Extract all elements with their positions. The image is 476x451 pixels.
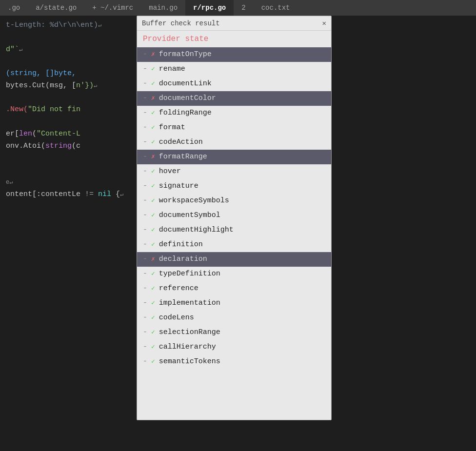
list-dash: -: [143, 180, 147, 192]
list-item: -✓selectionRange: [137, 325, 331, 340]
list-item: -✓callHierarchy: [137, 340, 331, 354]
list-dash: -: [143, 93, 147, 104]
check-icon: ✓: [151, 313, 155, 323]
x-icon: ✗: [151, 94, 155, 104]
list-label: definition: [159, 239, 203, 251]
check-icon: ✓: [151, 284, 155, 294]
list-item: -✗formatRange: [137, 150, 331, 164]
check-icon: ✓: [151, 137, 155, 148]
list-dash: -: [143, 122, 147, 134]
list-item: -✓documentSymbol: [137, 208, 331, 223]
check-icon: ✓: [151, 196, 155, 206]
check-icon: ✓: [151, 240, 155, 250]
list-label: selectionRange: [159, 327, 220, 338]
list-label: signature: [159, 180, 198, 192]
modal-body[interactable]: -✗formatOnType-✓rename-✓documentLink-✗do…: [137, 45, 331, 420]
check-icon: ✓: [151, 79, 155, 89]
modal-dialog: Buffer check result ✕ Provider state -✗f…: [137, 16, 332, 420]
tab-main-go[interactable]: main.go: [141, 0, 185, 16]
modal-title-bar: Buffer check result ✕: [137, 16, 331, 31]
list-item: -✗declaration: [137, 252, 331, 267]
list-dash: -: [143, 49, 147, 60]
list-label: codeLens: [159, 312, 194, 324]
list-label: reference: [159, 283, 198, 294]
list-item: -✓codeAction: [137, 135, 331, 150]
check-icon: ✓: [151, 357, 155, 367]
list-label: hover: [159, 166, 181, 177]
tab-coc-txt[interactable]: coc.txt: [254, 0, 298, 16]
list-item: -✓foldingRange: [137, 106, 331, 120]
list-item: -✓hover: [137, 164, 331, 179]
modal-title: Buffer check result: [142, 20, 220, 27]
tab-state-go[interactable]: a/state.go: [28, 0, 84, 16]
list-dash: -: [143, 195, 147, 207]
list-label: documentLink: [159, 78, 212, 90]
list-item: -✗documentColor: [137, 91, 331, 106]
list-label: documentSymbol: [159, 210, 220, 221]
list-label: documentColor: [159, 93, 216, 104]
list-item: -✗formatOnType: [137, 47, 331, 62]
check-icon: ✓: [151, 123, 155, 133]
list-label: typeDefinition: [159, 268, 220, 280]
list-label: format: [159, 122, 185, 134]
list-dash: -: [143, 356, 147, 368]
list-dash: -: [143, 283, 147, 294]
list-dash: -: [143, 210, 147, 221]
x-icon: ✗: [151, 255, 155, 265]
modal-subtitle: Provider state: [137, 31, 331, 45]
check-icon: ✓: [151, 211, 155, 221]
list-dash: -: [143, 341, 147, 353]
check-icon: ✓: [151, 108, 155, 118]
modal-close-button[interactable]: ✕: [322, 19, 326, 27]
list-item: -✓reference: [137, 281, 331, 296]
check-icon: ✓: [151, 298, 155, 309]
tab-rpc-go[interactable]: r/rpc.go: [185, 0, 234, 16]
list-dash: -: [143, 224, 147, 236]
list-label: semanticTokens: [159, 356, 220, 368]
list-dash: -: [143, 78, 147, 90]
list-label: implementation: [159, 297, 220, 309]
list-label: foldingRange: [159, 107, 212, 119]
list-label: documentHighlight: [159, 224, 234, 236]
tab-2[interactable]: 2: [234, 0, 253, 16]
check-icon: ✓: [151, 181, 155, 192]
list-item: -✓implementation: [137, 296, 331, 311]
list-dash: -: [143, 254, 147, 265]
list-item: -✓semanticTokens: [137, 354, 331, 369]
list-label: formatRange: [159, 151, 207, 163]
check-icon: ✓: [151, 225, 155, 235]
list-item: -✓workspaceSymbols: [137, 194, 331, 208]
list-item: -✓definition: [137, 237, 331, 252]
list-item: -✓documentHighlight: [137, 223, 331, 237]
list-dash: -: [143, 151, 147, 163]
list-item: -✓documentLink: [137, 77, 331, 91]
list-label: declaration: [159, 254, 207, 265]
x-icon: ✗: [151, 152, 155, 162]
list-label: rename: [159, 63, 185, 75]
list-dash: -: [143, 63, 147, 75]
list-dash: -: [143, 327, 147, 338]
list-dash: -: [143, 239, 147, 251]
list-item: -✓rename: [137, 62, 331, 77]
tab-go[interactable]: .go: [0, 0, 28, 16]
list-item: -✓signature: [137, 179, 331, 194]
list-label: workspaceSymbols: [159, 195, 229, 207]
list-dash: -: [143, 137, 147, 148]
list-item: -✓format: [137, 120, 331, 135]
list-dash: -: [143, 297, 147, 309]
list-dash: -: [143, 166, 147, 177]
check-icon: ✓: [151, 64, 155, 75]
x-icon: ✗: [151, 50, 155, 60]
list-dash: -: [143, 107, 147, 119]
tab-bar: .go a/state.go + ~/.vimrc main.go r/rpc.…: [0, 0, 476, 16]
list-label: codeAction: [159, 137, 203, 148]
tab-vimrc[interactable]: + ~/.vimrc: [84, 0, 141, 16]
list-label: formatOnType: [159, 49, 212, 60]
list-item: -✓codeLens: [137, 311, 331, 325]
check-icon: ✓: [151, 167, 155, 177]
check-icon: ✓: [151, 328, 155, 338]
check-icon: ✓: [151, 269, 155, 279]
list-dash: -: [143, 268, 147, 280]
list-dash: -: [143, 312, 147, 324]
list-item: -✓typeDefinition: [137, 267, 331, 281]
